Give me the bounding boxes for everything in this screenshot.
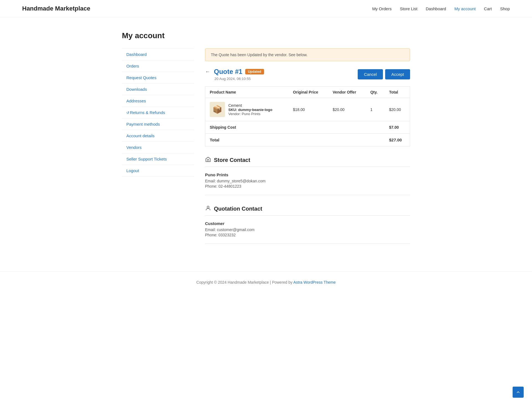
cancel-button[interactable]: Cancel (358, 69, 383, 79)
original-price: $18.00 (288, 98, 328, 121)
store-phone: Phone: 02-44801223 (205, 184, 410, 188)
nav-shop[interactable]: Shop (500, 6, 510, 11)
nav-my-account[interactable]: My account (454, 6, 476, 11)
total-value: $27.00 (385, 134, 410, 146)
col-product-name: Product Name (205, 87, 289, 98)
main-nav: My Orders Store List Dashboard My accoun… (372, 6, 510, 11)
nav-dashboard[interactable]: Dashboard (426, 6, 446, 11)
quote-title: Quote #1 (214, 68, 242, 76)
site-header: Handmade Marketplace My Orders Store Lis… (0, 0, 532, 17)
total-label: Total (205, 134, 385, 146)
person-icon (205, 205, 211, 213)
alert-banner: The Quote has been Updated by the vendor… (205, 48, 410, 61)
sidebar-item-returns-refunds[interactable]: ↺Returns & Refunds (122, 107, 194, 118)
nav-store-list[interactable]: Store List (400, 6, 417, 11)
sidebar-item-payment-methods[interactable]: Payment methods (122, 118, 194, 130)
quote-actions: Cancel Accept (358, 69, 410, 79)
store-email: Email: dummy_store5@dokan.com (205, 179, 410, 183)
refresh-icon: ↺ (126, 111, 129, 115)
product-name: Cement (228, 103, 272, 108)
accept-button[interactable]: Accept (385, 69, 410, 79)
table-row: 📦 Cement SKU: dummy-beanie-logo Vendor: … (205, 98, 410, 121)
sidebar-item-dashboard[interactable]: Dashboard (122, 48, 194, 60)
sidebar: Dashboard Orders Request Quotes Download… (122, 48, 194, 244)
sidebar-item-orders[interactable]: Orders (122, 60, 194, 72)
quotation-contact-title: Quotation Contact (214, 206, 262, 212)
row-total: $20.00 (385, 98, 410, 121)
customer-phone: Phone: 03323232 (205, 233, 410, 237)
sidebar-item-logout[interactable]: Logout (122, 165, 194, 177)
alert-message: The Quote has been Updated by the vendor… (211, 53, 308, 57)
store-contact-block: Puno Prints Email: dummy_store5@dokan.co… (205, 168, 410, 195)
main-content: The Quote has been Updated by the vendor… (205, 48, 410, 244)
store-icon (205, 156, 211, 164)
sidebar-item-downloads[interactable]: Downloads (122, 84, 194, 95)
quotation-contact-block: Customer Email: customer@gmail.com Phone… (205, 217, 410, 244)
footer-theme-link[interactable]: Astra WordPress Theme (293, 280, 336, 285)
quote-date: 20 Aug 2024, 06:10:55 (214, 77, 264, 81)
total-row: Total $27.00 (205, 134, 410, 146)
svg-point-0 (207, 206, 209, 208)
customer-email: Email: customer@gmail.com (205, 227, 410, 232)
page-container: My account Dashboard Orders Request Quot… (100, 17, 432, 271)
store-contact-header: Store Contact (205, 156, 410, 167)
shipping-cost: $7.00 (385, 121, 410, 134)
page-title: My account (122, 31, 410, 40)
product-image: 📦 (210, 102, 225, 117)
product-vendor: Vendor: Puno Prints (228, 112, 272, 116)
nav-my-orders[interactable]: My Orders (372, 6, 392, 11)
product-info: Cement SKU: dummy-beanie-logo Vendor: Pu… (228, 103, 272, 116)
product-sku: SKU: dummy-beanie-logo (228, 108, 272, 112)
sidebar-item-request-quotes[interactable]: Request Quotes (122, 72, 194, 84)
qty: 1 (366, 98, 385, 121)
back-arrow-link[interactable]: ← (205, 69, 210, 75)
quote-header-left: ← Quote #1 Updated 20 Aug 2024, 06:10:55 (205, 68, 264, 81)
customer-name: Customer (205, 221, 410, 226)
quote-header: ← Quote #1 Updated 20 Aug 2024, 06:10:55… (205, 68, 410, 81)
store-contact-title: Store Contact (214, 157, 250, 163)
sidebar-item-seller-support[interactable]: Seller Support Tickets (122, 153, 194, 165)
nav-cart[interactable]: Cart (484, 6, 492, 11)
site-logo: Handmade Marketplace (22, 5, 90, 12)
shipping-label: Shipping Cost (205, 121, 385, 134)
col-vendor-offer: Vendor Offer (328, 87, 366, 98)
page-layout: Dashboard Orders Request Quotes Download… (122, 48, 410, 244)
footer-text: Copyright © 2024 Handmade Marketplace | … (196, 280, 293, 285)
col-qty: Qty. (366, 87, 385, 98)
product-cell: 📦 Cement SKU: dummy-beanie-logo Vendor: … (205, 98, 289, 121)
product-emoji: 📦 (213, 105, 222, 114)
quote-table: Product Name Original Price Vendor Offer… (205, 86, 410, 146)
col-total: Total (385, 87, 410, 98)
quotation-contact-header: Quotation Contact (205, 205, 410, 216)
sidebar-item-addresses[interactable]: Addresses (122, 95, 194, 107)
sidebar-item-vendors[interactable]: Vendors (122, 142, 194, 153)
shipping-row: Shipping Cost $7.00 (205, 121, 410, 134)
store-name: Puno Prints (205, 172, 410, 177)
updated-badge: Updated (245, 69, 264, 74)
site-footer: Copyright © 2024 Handmade Marketplace | … (0, 271, 532, 290)
col-original-price: Original Price (288, 87, 328, 98)
vendor-offer: $20.00 (328, 98, 366, 121)
sidebar-item-account-details[interactable]: Account details (122, 130, 194, 142)
